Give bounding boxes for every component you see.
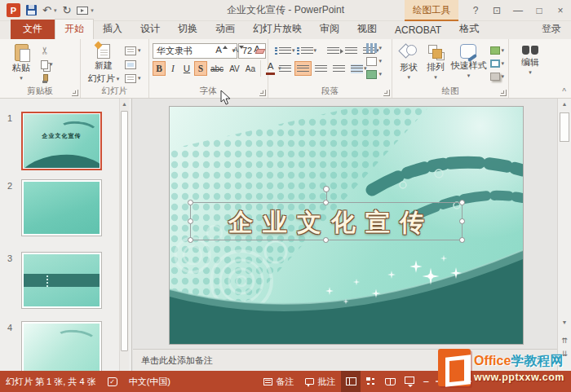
redo-icon[interactable]: ↻ — [62, 5, 71, 15]
tab-file[interactable]: 文件 — [11, 20, 55, 39]
grow-font-button[interactable]: A — [213, 42, 230, 57]
thumbnail-slide-1[interactable]: 企业文化宣传 — [21, 112, 102, 170]
comments-toggle-button[interactable]: 批注 — [299, 371, 341, 392]
ribbon-tab-bar: 文件 开始 插入 设计 切换 动画 幻灯片放映 审阅 视图 ACROBAT 格式… — [0, 21, 571, 39]
thumbnail-slide-3[interactable] — [21, 252, 102, 309]
slide[interactable]: 企业文化宣传 — [170, 107, 523, 344]
slide-counter: 幻灯片 第 1 张, 共 4 张 — [0, 371, 102, 392]
shape-outline-button[interactable]: ▾ — [490, 58, 505, 69]
increase-indent-button[interactable] — [343, 43, 360, 58]
scroll-up-icon[interactable]: ▲ — [558, 99, 571, 110]
thumbnail-2-preview — [24, 182, 100, 234]
strikethrough-button[interactable]: abc — [208, 61, 226, 76]
tab-transitions[interactable]: 切换 — [169, 20, 206, 39]
tab-acrobat[interactable]: ACROBAT — [386, 22, 450, 39]
section-button[interactable]: ▾ — [125, 73, 141, 84]
font-dialog-launcher-icon[interactable] — [259, 90, 266, 96]
bold-button[interactable]: B — [153, 61, 166, 76]
language-indicator[interactable]: 中文(中国) — [123, 371, 176, 392]
tab-insert[interactable]: 插入 — [94, 20, 131, 39]
align-text-button[interactable]: ▾ — [366, 55, 382, 67]
slide-title-text[interactable]: 企业文化宣传 — [191, 206, 462, 240]
thumbnail-slide-2[interactable] — [21, 179, 102, 236]
decrease-indent-button[interactable] — [325, 43, 342, 58]
bullets-button[interactable]: ▾ — [277, 43, 298, 58]
thumbnail-scroll-thumb[interactable] — [121, 111, 128, 351]
arrange-button[interactable]: 排列 ▾ — [423, 42, 449, 85]
italic-button[interactable]: I — [166, 61, 179, 76]
cut-button[interactable]: ✂ — [41, 45, 53, 56]
undo-icon[interactable]: ↶ — [42, 5, 51, 15]
tab-format[interactable]: 格式 — [450, 20, 488, 39]
copy-button[interactable]: ▾ — [41, 59, 53, 70]
reset-button[interactable] — [125, 59, 141, 70]
paste-dropdown-icon: ▾ — [20, 75, 23, 81]
underline-button[interactable]: U — [180, 61, 193, 76]
normal-view-button[interactable] — [341, 371, 361, 392]
change-case-button[interactable]: Aa — [243, 61, 258, 76]
clipboard-dialog-launcher-icon[interactable] — [72, 90, 78, 96]
shape-effects-button[interactable]: ▾ — [490, 71, 505, 82]
scroll-down-icon[interactable]: ▼ — [558, 317, 571, 328]
reading-view-button[interactable] — [380, 371, 400, 392]
tab-view[interactable]: 视图 — [348, 20, 386, 39]
shape-fill-button[interactable]: ▾ — [490, 45, 505, 56]
collapse-ribbon-icon[interactable]: ^ — [562, 87, 566, 96]
character-spacing-button[interactable]: AV — [227, 61, 242, 76]
resize-handle-ne[interactable] — [459, 200, 465, 205]
thumbnail-slide-4[interactable] — [21, 321, 102, 371]
customize-qat-icon[interactable]: ▾ — [91, 7, 94, 14]
tab-slideshow[interactable]: 幻灯片放映 — [244, 20, 311, 39]
paste-button[interactable]: 粘贴 ▾ — [3, 42, 39, 85]
slideshow-view-button[interactable] — [400, 371, 419, 392]
tab-review[interactable]: 审阅 — [311, 20, 348, 39]
minimize-button[interactable]: — — [507, 5, 529, 16]
tab-design[interactable]: 设计 — [131, 20, 169, 39]
tab-home[interactable]: 开始 — [55, 19, 94, 39]
previous-slide-button[interactable]: ⇈ — [558, 337, 571, 345]
rotation-handle[interactable] — [323, 186, 330, 192]
text-shadow-button[interactable]: S — [194, 61, 207, 76]
signin-link[interactable]: 登录 — [532, 20, 571, 39]
shapes-button[interactable]: 形状 ▾ — [396, 42, 423, 85]
format-painter-button[interactable] — [41, 73, 53, 84]
justify-button[interactable] — [330, 61, 347, 76]
maximize-button[interactable]: □ — [529, 5, 550, 16]
title-textbox[interactable]: 企业文化宣传 — [190, 202, 463, 240]
tab-animations[interactable]: 动画 — [206, 20, 244, 39]
contextual-tab-header: 绘图工具 — [405, 0, 458, 21]
align-center-button[interactable] — [294, 61, 312, 76]
text-direction-button[interactable]: ▾ — [366, 42, 382, 54]
vertical-scrollbar[interactable]: ▲ ▼ ⇈ ⇊ — [557, 99, 571, 371]
drawing-dialog-launcher-icon[interactable] — [500, 90, 507, 96]
thumbnail-scroll-up-icon[interactable]: ▲ — [120, 99, 129, 109]
clear-formatting-button[interactable]: A — [250, 42, 263, 56]
zoom-out-button[interactable]: − — [419, 376, 432, 388]
thumbnail-scrollbar[interactable]: ▲ — [119, 99, 129, 371]
layout-button[interactable]: ▾ — [125, 45, 141, 56]
notes-toggle-button[interactable]: 备注 — [258, 371, 299, 392]
spellcheck-button[interactable]: ✓ — [102, 371, 123, 392]
resize-handle-nw[interactable] — [188, 200, 193, 205]
clipboard-small-buttons: ✂ ▾ — [39, 42, 55, 85]
editing-button[interactable]: 编辑 ▾ — [512, 42, 548, 85]
binoculars-icon — [522, 44, 538, 55]
align-right-button[interactable] — [312, 61, 330, 76]
scroll-thumb[interactable] — [560, 112, 569, 142]
save-icon[interactable] — [26, 5, 37, 15]
help-button[interactable]: ? — [465, 5, 486, 16]
close-button[interactable]: × — [550, 5, 571, 16]
paragraph-dialog-launcher-icon[interactable] — [383, 90, 390, 96]
new-slide-button[interactable]: 新建 幻灯片▾ — [84, 42, 123, 85]
undo-dropdown-icon[interactable]: ▾ — [54, 7, 57, 14]
resize-handle-n[interactable] — [323, 200, 329, 205]
convert-smartart-button[interactable]: ▾ — [366, 68, 382, 80]
start-slideshow-icon[interactable] — [77, 7, 88, 15]
align-left-button[interactable] — [277, 61, 294, 76]
layout-icon — [125, 46, 136, 55]
quick-styles-button[interactable]: 快速样式 ▾ — [449, 42, 488, 85]
slide-sorter-view-button[interactable] — [361, 371, 380, 392]
shrink-font-button[interactable]: A — [231, 42, 246, 57]
numbering-button[interactable]: ▾ — [299, 43, 320, 58]
ribbon-display-options-button[interactable]: ⊡ — [486, 5, 507, 16]
